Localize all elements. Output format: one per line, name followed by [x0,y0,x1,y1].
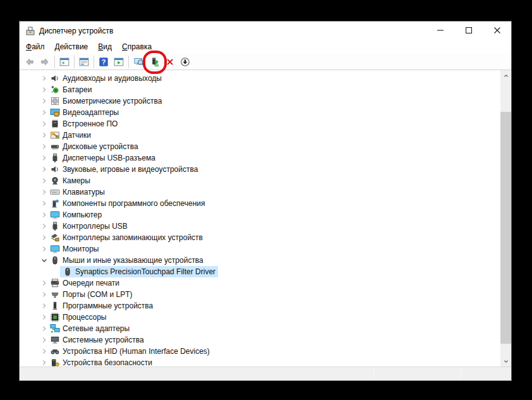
tree-item-body[interactable]: Встроенное ПО [47,118,120,130]
selected-tree-item-body[interactable]: Synaptics PrecisionTouchpad Filter Drive… [60,266,218,277]
tree-item[interactable]: Мыши и иные указывающие устройства [20,255,500,266]
storage-controller-icon [50,233,60,243]
uninstall-device-button[interactable] [162,54,178,70]
tree-item-label: Мониторы [63,245,99,253]
show-console-tree-icon [59,57,70,67]
tree-item-body[interactable]: Устройства HID (Human Interface Devices) [47,346,212,357]
tree-item[interactable]: Биометрические устройства [20,95,500,107]
scroll-up-icon[interactable] [500,70,511,81]
menu-help[interactable]: Справка [117,41,157,52]
tree-item-body[interactable]: Звуковые, игровые и видеоустройства [47,164,200,175]
tree-item[interactable]: Датчики [20,130,500,141]
tree-item-body[interactable]: Аудиовходы и аудиовыходы [47,73,164,84]
keyboard-icon [50,187,60,197]
tree-item[interactable]: Компьютер [20,209,500,221]
tree-item-body[interactable]: Контроллеры USB [47,221,130,232]
usb-connector-icon [50,221,60,231]
serial-port-icon [50,289,60,300]
tree-item[interactable]: Системные устройства [20,334,500,346]
tree-item-label: Сетевые адаптеры [63,324,130,333]
tree-item[interactable]: Устройства HID (Human Interface Devices) [20,346,500,357]
camera-icon [50,176,60,186]
tree-item-body[interactable]: Сетевые адаптеры [47,323,132,334]
menu-file[interactable]: Файл [21,41,50,52]
tree-item-body[interactable]: Датчики [47,130,94,141]
tree-item-body[interactable]: Камеры [47,175,93,186]
tree-item-body[interactable]: Очереди печати [47,277,122,289]
forward-icon [40,57,50,67]
show-console-tree-button[interactable] [57,54,72,70]
tree-item[interactable]: Мониторы [20,243,500,255]
tree-item[interactable]: Встроенное ПО [20,118,500,130]
tree-item[interactable]: Батареи [20,84,500,95]
properties-button[interactable] [76,54,92,70]
properties-icon [79,57,89,67]
forward-button[interactable] [37,54,52,70]
tree-item-body[interactable]: Мыши и иные указывающие устройства [47,255,206,266]
tree-item-body[interactable]: Видеоадаптеры [47,107,121,118]
scroll-down-icon[interactable] [500,356,511,367]
tree-item-body[interactable]: Дисковые устройства [47,141,141,152]
tree-item[interactable]: Компоненты программного обеспечения [20,198,500,209]
tree-item[interactable]: Дисковые устройства [20,141,500,152]
tree-item[interactable]: Видеоадаптеры [20,107,500,118]
firmware-chip-icon [50,119,60,129]
scrollbar-thumb[interactable] [500,112,511,344]
status-divider [461,369,461,379]
mouse-icon [63,267,73,277]
tree-item[interactable]: Очереди печати [20,277,500,289]
menu-action[interactable]: Действие [50,41,94,52]
tree-item-label: Диспетчеры USB-разъема [63,154,155,162]
tree-item[interactable]: Клавиатуры [20,186,500,198]
menu-view[interactable]: Вид [93,41,117,52]
disable-device-button[interactable] [178,54,193,70]
tree-item-body[interactable]: Порты (COM и LPT) [47,289,135,300]
help-button[interactable]: ? [96,54,111,70]
window-controls [426,21,511,40]
device-manager-app-icon [25,26,35,36]
tree-item-label: Контроллеры запоминающих устройств [63,233,203,242]
toolbar-separator [74,56,75,68]
tree-item[interactable]: Диспетчеры USB-разъема [20,152,500,164]
toolbar-separator [54,56,55,68]
tree-item-body[interactable]: Клавиатуры [47,186,107,198]
vertical-scrollbar[interactable] [500,70,511,367]
tree-item-label: Компоненты программного обеспечения [63,199,205,208]
tree-item-body[interactable]: Программные устройства [47,300,155,312]
tree-item-body[interactable]: Устройства безопасности [47,357,155,367]
tree-item-label: Процессоры [63,313,107,322]
tree-item[interactable]: Звуковые, игровые и видеоустройства [20,164,500,175]
tree-item-body[interactable]: Системные устройства [47,334,147,346]
cpu-icon [50,312,60,322]
tree-item[interactable]: Synaptics PrecisionTouchpad Filter Drive… [20,266,500,277]
scan-hardware-changes-button[interactable] [131,54,147,70]
maximize-icon [466,26,472,35]
tree-item-label: Очереди печати [63,279,119,288]
tree-item-body[interactable]: Компьютер [47,209,104,221]
tree-item[interactable]: Сетевые адаптеры [20,323,500,334]
tree-item[interactable]: Камеры [20,175,500,186]
tree-item[interactable]: Контроллеры USB [20,221,500,232]
tree-item-body[interactable]: Компоненты программного обеспечения [47,198,208,209]
tree-item-body[interactable]: Биометрические устройства [47,95,164,107]
tree-item[interactable]: Устройства безопасности [20,357,500,367]
update-driver-button[interactable] [147,54,162,70]
tree-item-body[interactable]: Мониторы [47,243,101,255]
tree-item-label: Батареи [63,85,92,94]
mouse-icon [50,255,60,265]
minimize-button[interactable] [426,21,454,40]
back-button[interactable] [22,54,37,70]
tree-item[interactable]: Программные устройства [20,300,500,312]
tree-item[interactable]: Порты (COM и LPT) [20,289,500,300]
tree-item-body[interactable]: Батареи [47,84,94,95]
tree-item[interactable]: Процессоры [20,312,500,323]
tree-item-body[interactable]: Диспетчеры USB-разъема [47,152,158,164]
close-button[interactable] [483,21,511,40]
action-pane-button[interactable] [111,54,126,70]
maximize-button[interactable] [454,21,483,40]
tree-item[interactable]: Аудиовходы и аудиовыходы [20,73,500,84]
tree-item-body[interactable]: Процессоры [47,312,109,323]
speaker-icon [50,164,60,174]
tree-item-body[interactable]: Контроллеры запоминающих устройств [47,232,205,243]
tree-item[interactable]: Контроллеры запоминающих устройств [20,232,500,243]
